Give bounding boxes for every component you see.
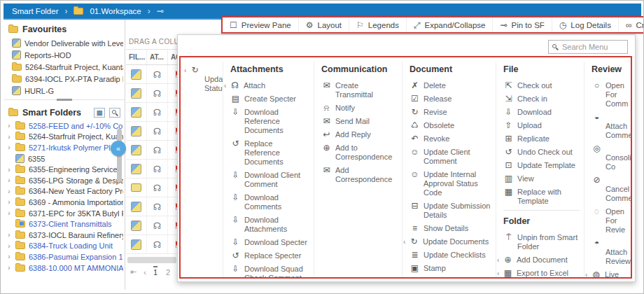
toolbar-expand-collapse-button[interactable]: ⤢Expand/Collapse (406, 18, 493, 32)
toolbar-legends-button[interactable]: ⚐Legends (349, 18, 406, 32)
menu-item-download-attachments[interactable]: ⇩Download Attachments (230, 216, 309, 234)
menu-item-download-reference-documents[interactable]: ⇩Download Reference Documents (230, 108, 309, 135)
menu-item-show-details[interactable]: ≡Show Details (410, 224, 491, 233)
smart-folder-item[interactable]: ›5264-Starfruit Project, Kuantan, M... (4, 132, 125, 143)
menu-item-export-to-excel[interactable]: ‹▦Export to Excel (503, 269, 580, 277)
breadcrumb-workspace[interactable]: 01.Workspace (90, 7, 141, 15)
menu-item-check-out[interactable]: ⇱Check out (503, 81, 580, 90)
menu-item-download-squad-check-comment[interactable]: ⇩Download Squad Check Comment (230, 265, 309, 277)
grid-column-header[interactable]: AT... (147, 50, 168, 64)
menu-item-notify[interactable]: ⍾Notify (321, 104, 398, 113)
table-row[interactable]: ☊⚑ (126, 178, 181, 197)
toolbar-pin-to-sf-button[interactable]: ⊸Pin to SF (492, 18, 551, 32)
menu-item-upload[interactable]: ⇧Upload (503, 121, 580, 130)
smart-folder-item[interactable]: ›6369 - Ammonia Importation Ter... (4, 197, 125, 208)
menu-item-update-client-comment[interactable]: ☺Update Client Comment (410, 148, 491, 166)
menu-item-attach[interactable]: ‹☊Attach (230, 81, 309, 90)
menu-item-replace-specter[interactable]: ↺Replace Specter (230, 251, 309, 260)
smart-folder-item[interactable]: ›5271-Irkutsk Polymer Plant Ethyle... (4, 142, 125, 153)
menu-item-revoke[interactable]: ↶Revoke (410, 134, 491, 144)
table-row[interactable]: ☊⚑ (126, 103, 181, 122)
sidebar-collapse-button[interactable]: « (111, 141, 126, 156)
menu-item-live-commenti[interactable]: ‹◍Live Commenti (592, 270, 626, 277)
menu-item-revise[interactable]: ↻Revise (410, 108, 491, 117)
smart-folder-item[interactable]: 6355 (4, 153, 125, 164)
menu-item-attach-review[interactable]: ◓Attach Review (592, 239, 626, 266)
favourite-item[interactable]: 5264-Starfruit Project, Kuantan, Malay..… (4, 61, 125, 73)
table-row[interactable]: ☊⚑ (126, 84, 181, 103)
menu-item-replace-with-template[interactable]: ▦Replace with Template (503, 188, 580, 206)
menu-search-box[interactable] (548, 40, 628, 54)
smart-folder-item[interactable]: ›6371-EPC for 35KTA Butyl Phenol ... (4, 208, 125, 219)
menu-item-download-comments[interactable]: ⇩Download Comments (230, 193, 309, 211)
menu-item-update-status[interactable]: ‹↻Update Status (190, 66, 218, 93)
prev-page-icon[interactable]: ‹ (144, 268, 146, 276)
table-row[interactable]: ☊⚑ (126, 197, 181, 216)
menu-item-download-client-comment[interactable]: ⇩Download Client Comment (230, 171, 309, 189)
smart-folder-item[interactable]: ›5258-FEED and +/-10% Cost Esti... (4, 120, 125, 132)
menu-item-download-specter[interactable]: ⇩Download Specter (230, 238, 309, 247)
table-row[interactable]: ☊⚑ (126, 65, 181, 84)
menu-item-create-specter[interactable]: ▤Create Specter (230, 94, 309, 104)
menu-item-replace-reference-documents[interactable]: ↺Replace Reference Documents (230, 139, 309, 167)
menu-item-unpin-from-smart-folder[interactable]: ⍑Unpin from Smart Folder (503, 233, 580, 251)
breadcrumb-root[interactable]: Smart Folder (12, 7, 58, 15)
toolbar-preview-pane-button[interactable]: ☐Preview Pane (223, 18, 298, 32)
first-page-icon[interactable]: ⇤ (130, 267, 136, 276)
favourite-item[interactable]: Vendor Deliverable with Levels (4, 37, 125, 49)
menu-item-consolidate-co[interactable]: ◎Consolidate Co (592, 144, 626, 172)
menu-item-send-mail[interactable]: ✉Send Mail (321, 117, 398, 126)
menu-item-replicate[interactable]: ⊞Replicate (503, 134, 580, 144)
menu-item-attach-comme[interactable]: ◒Attach Comme (592, 113, 626, 140)
smart-folder-item[interactable]: ›6384-Truck Loading Unit (4, 241, 125, 252)
search-input[interactable] (561, 42, 624, 52)
menu-item-cancel-comme[interactable]: ⊘Cancel Comme (592, 176, 626, 203)
page-number-2[interactable]: 2 (166, 268, 170, 276)
table-row[interactable]: ☊⚑ (126, 160, 181, 178)
menu-item-update-documents[interactable]: ‹↻Update Documents (410, 237, 491, 246)
menu-item-release[interactable]: ☑Release (410, 94, 491, 104)
smart-folder-item[interactable]: ›6356-LPG Storage & Despatch Fac... (4, 175, 125, 186)
page-number-1[interactable]: 1 (153, 266, 158, 276)
smart-folder-item[interactable]: ›6373-IOCL Barauni Refinery Capac... (4, 230, 125, 241)
menu-item-add-reply[interactable]: ↩Add Reply (321, 130, 398, 139)
menu-item-create-transmittal[interactable]: ✉Create Transmittal (321, 81, 398, 99)
smart-folder-item[interactable]: ›6355-Engineering Services for But... (4, 164, 125, 175)
table-row[interactable]: ☊⚑ (126, 122, 181, 141)
favourite-item[interactable]: Reports-HOD (4, 49, 125, 61)
menu-item-update-submission-details[interactable]: ⊟Update Submission Details (410, 202, 491, 220)
menu-item-download[interactable]: ⇩Download (503, 108, 580, 117)
table-row[interactable]: ☊⚑ (126, 235, 181, 254)
menu-item-delete[interactable]: ✗Delete (410, 81, 491, 90)
splitter-handle-icon[interactable] (57, 99, 72, 101)
toolbar-log-details-button[interactable]: ◷Log Details (552, 18, 618, 32)
menu-item-add-to-correspondence[interactable]: ⊕Add to Correspondence (321, 144, 398, 162)
smart-folder-item[interactable]: ›6388-10.000 MT AMMONIA STOR... (4, 262, 125, 274)
favourite-item[interactable]: HURL-G (4, 85, 125, 97)
menu-item-open-for-comm[interactable]: ○Open For Comm (592, 81, 626, 108)
toolbar-layout-button[interactable]: ⚙Layout (298, 18, 349, 32)
table-row[interactable]: ☊⚑ (126, 141, 181, 160)
menu-item-update-template[interactable]: ⊡Update Template (503, 161, 580, 170)
menu-item-view[interactable]: ▥View (503, 174, 580, 183)
menu-item-update-checklists[interactable]: ≣Update Checklists (410, 251, 491, 260)
grid-horizontal-scrollbar[interactable] (127, 257, 176, 263)
grid-column-header[interactable]: FIL... (126, 50, 147, 64)
folder-search-icon[interactable] (109, 108, 120, 118)
smart-folder-item[interactable]: ›6364-New Yeast Factory Project (4, 186, 125, 197)
menu-item-stamp[interactable]: ▣Stamp (410, 264, 491, 273)
table-row[interactable]: ☊⚑ (126, 216, 181, 235)
folder-stack-icon[interactable]: ▤ (94, 108, 105, 118)
toolbar-create-document-link-button[interactable]: ∞Create Document Link (618, 18, 644, 32)
sidebar-splitter[interactable] (4, 99, 125, 102)
menu-item-open-for-revie[interactable]: ◌Open For Revie (592, 207, 626, 234)
favourite-item[interactable]: 6394-IOCL PX-PTA Paradip Expansion (4, 73, 125, 85)
menu-item-add-document[interactable]: ‹⊕Add Document (503, 255, 580, 265)
menu-item-undo-check-out[interactable]: ↺Undo Check out (503, 148, 580, 157)
menu-item-check-in[interactable]: ⇲Check in (503, 94, 580, 104)
menu-item-add-correspondence[interactable]: ✉Add Correspondence (321, 166, 398, 184)
menu-item-update-internal-approval-status-code[interactable]: ☺Update Internal Approval Status Code (410, 170, 491, 197)
smart-folder-item[interactable]: 6373-Client Transmittals (4, 218, 125, 230)
smart-folder-item[interactable]: ›6386-Pasumai Expansion 1.0 (4, 251, 125, 262)
menu-item-obsolete[interactable]: ♺Obsolete (410, 121, 491, 130)
